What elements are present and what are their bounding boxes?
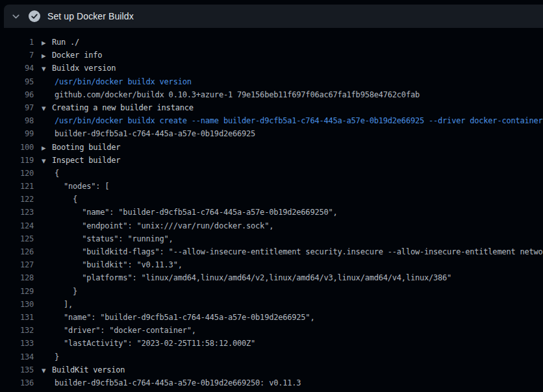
log-group-toggle[interactable]: ▼Inspect builder xyxy=(34,156,120,165)
chevron-collapsed-icon: ▶ xyxy=(42,36,52,49)
log-line: 133 "lastActivity": "2023-02-25T11:58:12… xyxy=(0,337,543,350)
log-line: 132 "driver": "docker-container", xyxy=(0,324,543,337)
log-line: 125 "status": "running", xyxy=(0,232,543,245)
check-circle-icon xyxy=(29,10,40,22)
log-group-toggle[interactable]: ▼BuildKit version xyxy=(34,365,125,374)
step-header[interactable]: Set up Docker Buildx xyxy=(4,5,543,28)
log-line: 122 { xyxy=(0,193,543,206)
log-text: "endpoint": "unix:///var/run/docker.sock… xyxy=(55,219,273,232)
line-number[interactable]: 129 xyxy=(0,285,34,298)
log-text: "name": "builder-d9cfb5a1-c764-445a-a57e… xyxy=(55,206,338,219)
log-text: } xyxy=(55,285,77,298)
log-text: { xyxy=(55,167,59,180)
line-number[interactable]: 7 xyxy=(0,49,34,62)
line-number[interactable]: 126 xyxy=(0,245,34,258)
log-group-toggle[interactable]: ▼Buildx version xyxy=(34,64,116,73)
line-number[interactable]: 132 xyxy=(0,324,34,337)
log-group-toggle[interactable]: ▶Docker info xyxy=(34,51,102,60)
log-text: "status": "running", xyxy=(55,232,173,245)
log-line: 7▶Docker info xyxy=(0,49,543,62)
log-line: 119▼Inspect builder xyxy=(0,154,543,167)
log-text: "buildkitd-flags": "--allow-insecure-ent… xyxy=(55,245,543,258)
log-text: builder-d9cfb5a1-c764-445a-a57e-0b19d2e6… xyxy=(55,376,301,389)
line-number[interactable]: 1 xyxy=(0,36,34,49)
line-number[interactable]: 97 xyxy=(0,101,34,114)
line-number[interactable]: 100 xyxy=(0,141,34,154)
log-group-label: Buildx version xyxy=(52,64,116,73)
line-number[interactable]: 98 xyxy=(0,114,34,127)
line-number[interactable]: 130 xyxy=(0,298,34,311)
log-group-toggle[interactable]: ▼Creating a new builder instance xyxy=(34,103,194,112)
line-number[interactable]: 121 xyxy=(0,180,34,193)
chevron-collapsed-icon: ▶ xyxy=(42,141,52,154)
log-line: 136builder-d9cfb5a1-c764-445a-a57e-0b19d… xyxy=(0,376,543,389)
chevron-expanded-icon: ▼ xyxy=(42,154,52,167)
log-text: "nodes": [ xyxy=(55,180,109,193)
line-number[interactable]: 94 xyxy=(0,62,34,75)
line-number[interactable]: 123 xyxy=(0,206,34,219)
line-number[interactable]: 135 xyxy=(0,363,34,376)
log-group-label: Docker info xyxy=(52,51,102,60)
log-area: 1▶Run ./7▶Docker info94▼Buildx version95… xyxy=(0,28,543,392)
log-text: "lastActivity": "2023-02-25T11:58:12.000… xyxy=(55,337,255,350)
chevron-down-icon xyxy=(8,9,23,23)
log-group-label: Creating a new builder instance xyxy=(52,103,194,112)
line-number[interactable]: 128 xyxy=(0,271,34,284)
line-number[interactable]: 96 xyxy=(0,88,34,101)
log-text: ], xyxy=(55,298,73,311)
log-line: 134} xyxy=(0,350,543,363)
log-line: 135▼BuildKit version xyxy=(0,363,543,376)
log-line: 96github.com/docker/buildx 0.10.3+azure-… xyxy=(0,88,543,101)
log-text: "platforms": "linux/amd64,linux/amd64/v2… xyxy=(55,271,451,284)
actions-log-viewer: Set up Docker Buildx 1▶Run ./7▶Docker in… xyxy=(0,0,543,392)
line-number[interactable]: 134 xyxy=(0,350,34,363)
log-group-label: Booting builder xyxy=(52,143,120,152)
line-number[interactable]: 124 xyxy=(0,219,34,232)
chevron-expanded-icon: ▼ xyxy=(42,102,52,115)
log-text: "buildkit": "v0.11.3", xyxy=(55,258,183,271)
log-line: 99builder-d9cfb5a1-c764-445a-a57e-0b19d2… xyxy=(0,127,543,140)
log-text: } xyxy=(55,350,59,363)
log-group-toggle[interactable]: ▶Run ./ xyxy=(34,38,79,47)
line-number[interactable]: 95 xyxy=(0,75,34,88)
chevron-collapsed-icon: ▶ xyxy=(42,49,52,62)
log-line: 95/usr/bin/docker buildx version xyxy=(0,75,543,88)
log-group-label: Inspect builder xyxy=(52,156,120,165)
log-text: /usr/bin/docker buildx version xyxy=(55,75,192,88)
line-number[interactable]: 125 xyxy=(0,232,34,245)
log-group-label: Run ./ xyxy=(52,38,79,47)
log-text: /usr/bin/docker buildx create --name bui… xyxy=(55,114,543,127)
line-number[interactable]: 131 xyxy=(0,311,34,324)
log-line: 1▶Run ./ xyxy=(0,36,543,49)
line-number[interactable]: 127 xyxy=(0,258,34,271)
line-number[interactable]: 99 xyxy=(0,127,34,140)
log-lines: 1▶Run ./7▶Docker info94▼Buildx version95… xyxy=(0,36,543,389)
log-line: 97▼Creating a new builder instance xyxy=(0,101,543,114)
log-line: 128 "platforms": "linux/amd64,linux/amd6… xyxy=(0,271,543,284)
log-text: "name": "builder-d9cfb5a1-c764-445a-a57e… xyxy=(55,311,314,324)
line-number[interactable]: 120 xyxy=(0,167,34,180)
log-line: 121 "nodes": [ xyxy=(0,180,543,193)
log-line: 126 "buildkitd-flags": "--allow-insecure… xyxy=(0,245,543,258)
log-line: 124 "endpoint": "unix:///var/run/docker.… xyxy=(0,219,543,232)
log-group-label: BuildKit version xyxy=(52,365,125,374)
log-line: 94▼Buildx version xyxy=(0,62,543,75)
log-text: github.com/docker/buildx 0.10.3+azure-1 … xyxy=(55,88,420,101)
log-line: 129 } xyxy=(0,285,543,298)
chevron-expanded-icon: ▼ xyxy=(42,364,52,377)
line-number[interactable]: 122 xyxy=(0,193,34,206)
chevron-expanded-icon: ▼ xyxy=(42,62,52,75)
log-group-toggle[interactable]: ▶Booting builder xyxy=(34,143,120,152)
step-title: Set up Docker Buildx xyxy=(47,11,134,21)
log-line: 130 ], xyxy=(0,298,543,311)
log-text: "driver": "docker-container", xyxy=(55,324,196,337)
log-line: 131 "name": "builder-d9cfb5a1-c764-445a-… xyxy=(0,311,543,324)
log-text: { xyxy=(55,193,77,206)
line-number[interactable]: 133 xyxy=(0,337,34,350)
log-line: 127 "buildkit": "v0.11.3", xyxy=(0,258,543,271)
log-text: builder-d9cfb5a1-c764-445a-a57e-0b19d2e6… xyxy=(55,127,255,140)
line-number[interactable]: 119 xyxy=(0,154,34,167)
line-number[interactable]: 136 xyxy=(0,376,34,389)
log-line: 98/usr/bin/docker buildx create --name b… xyxy=(0,114,543,127)
log-line: 100▶Booting builder xyxy=(0,141,543,154)
